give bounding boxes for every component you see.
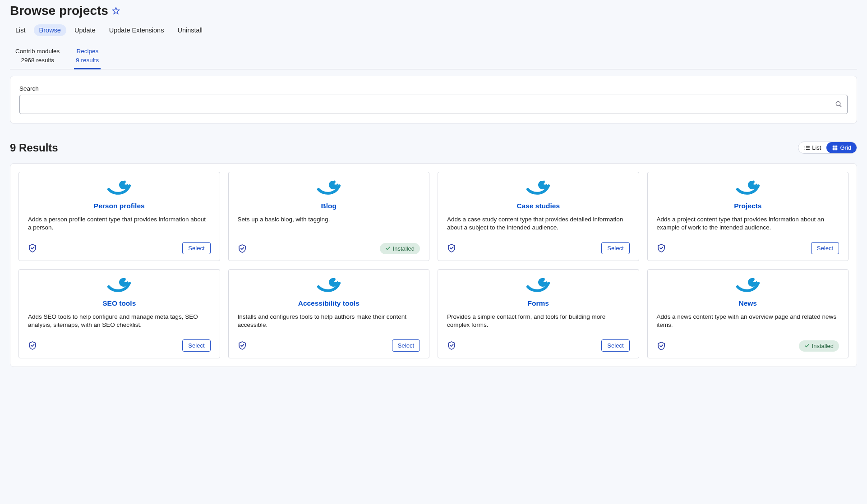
select-button[interactable]: Select (182, 242, 210, 254)
svg-rect-11 (833, 148, 835, 150)
view-list-label: List (812, 144, 821, 151)
tab-uninstall[interactable]: Uninstall (172, 24, 208, 36)
subtab-name: Recipes (76, 47, 99, 56)
svg-rect-10 (835, 145, 838, 147)
favorite-star-icon[interactable] (112, 7, 120, 15)
recipe-icon (526, 179, 550, 196)
select-button[interactable]: Select (601, 339, 629, 352)
security-shield-icon (447, 341, 456, 350)
recipe-icon (736, 179, 760, 196)
page-title: Browse projects (10, 4, 108, 18)
subtab-recipes[interactable]: Recipes9 results (74, 47, 101, 69)
search-panel: Search (10, 76, 857, 124)
view-grid-label: Grid (840, 144, 851, 151)
subtab-name: Contrib modules (15, 47, 60, 56)
subtab-count: 9 results (76, 56, 99, 65)
cards-panel: Person profilesAdds a person profile con… (10, 163, 857, 367)
card-description: Sets up a basic blog, with tagging. (238, 215, 420, 224)
view-list-button[interactable]: List (798, 142, 826, 153)
primary-tabs: ListBrowseUpdateUpdate ExtensionsUninsta… (10, 24, 857, 36)
recipe-icon (526, 277, 550, 293)
tab-update[interactable]: Update (69, 24, 101, 36)
card-description: Adds a news content type with an overvie… (657, 313, 839, 330)
installed-label: Installed (393, 245, 415, 252)
select-button[interactable]: Select (811, 242, 839, 254)
check-icon (804, 343, 810, 348)
security-shield-icon (657, 341, 666, 350)
card-description: Provides a simple contact form, and tool… (447, 313, 630, 330)
card-title[interactable]: Forms (447, 299, 630, 307)
search-label: Search (19, 85, 848, 92)
svg-rect-9 (833, 145, 835, 147)
svg-line-2 (840, 105, 841, 107)
recipe-icon (107, 179, 131, 196)
recipe-icon (736, 277, 760, 293)
svg-point-1 (836, 101, 840, 105)
recipe-card: Case studiesAdds a case study content ty… (438, 172, 639, 261)
security-shield-icon (447, 243, 456, 252)
recipe-icon (107, 277, 131, 293)
card-description: Installs and configures tools to help au… (238, 313, 420, 330)
recipe-icon (317, 179, 341, 196)
view-toggle: List Grid (798, 142, 857, 154)
view-grid-button[interactable]: Grid (826, 142, 857, 153)
security-shield-icon (238, 341, 247, 350)
recipe-card: NewsAdds a news content type with an ove… (647, 269, 849, 358)
security-shield-icon (28, 243, 37, 252)
card-description: Adds a person profile content type that … (28, 215, 211, 233)
card-title[interactable]: News (657, 299, 839, 307)
recipe-icon (317, 277, 341, 293)
installed-badge: Installed (380, 243, 420, 254)
secondary-tabs: Contrib modules2968 resultsRecipes9 resu… (10, 47, 857, 69)
svg-rect-12 (835, 148, 838, 150)
installed-label: Installed (812, 343, 834, 349)
card-description: Adds a project content type that provide… (657, 215, 839, 233)
security-shield-icon (238, 244, 247, 253)
subtab-count: 2968 results (15, 56, 60, 65)
recipe-card: ProjectsAdds a project content type that… (647, 172, 849, 261)
recipe-card: SEO toolsAdds SEO tools to help configur… (18, 269, 220, 358)
select-button[interactable]: Select (392, 339, 420, 352)
card-description: Adds a case study content type that prov… (447, 215, 630, 233)
card-title[interactable]: Case studies (447, 202, 630, 210)
select-button[interactable]: Select (182, 339, 210, 352)
card-title[interactable]: Accessibility tools (238, 299, 420, 307)
tab-update-extensions[interactable]: Update Extensions (104, 24, 170, 36)
card-title[interactable]: Blog (238, 202, 420, 210)
card-description: Adds SEO tools to help configure and man… (28, 313, 211, 330)
card-title[interactable]: SEO tools (28, 299, 211, 307)
tab-list[interactable]: List (10, 24, 31, 36)
installed-badge: Installed (799, 340, 839, 352)
search-icon (835, 101, 842, 108)
recipe-card: Accessibility toolsInstalls and configur… (228, 269, 430, 358)
select-button[interactable]: Select (601, 242, 629, 254)
recipe-card: BlogSets up a basic blog, with tagging.I… (228, 172, 430, 261)
svg-marker-0 (112, 8, 119, 14)
subtab-contrib-modules[interactable]: Contrib modules2968 results (14, 47, 61, 69)
recipe-card: Person profilesAdds a person profile con… (18, 172, 220, 261)
security-shield-icon (28, 341, 37, 350)
search-input[interactable] (19, 95, 848, 114)
card-title[interactable]: Person profiles (28, 202, 211, 210)
check-icon (385, 246, 391, 251)
card-title[interactable]: Projects (657, 202, 839, 210)
recipe-card: FormsProvides a simple contact form, and… (438, 269, 639, 358)
tab-browse[interactable]: Browse (34, 24, 66, 36)
security-shield-icon (657, 243, 666, 252)
results-count: 9 Results (10, 142, 58, 154)
